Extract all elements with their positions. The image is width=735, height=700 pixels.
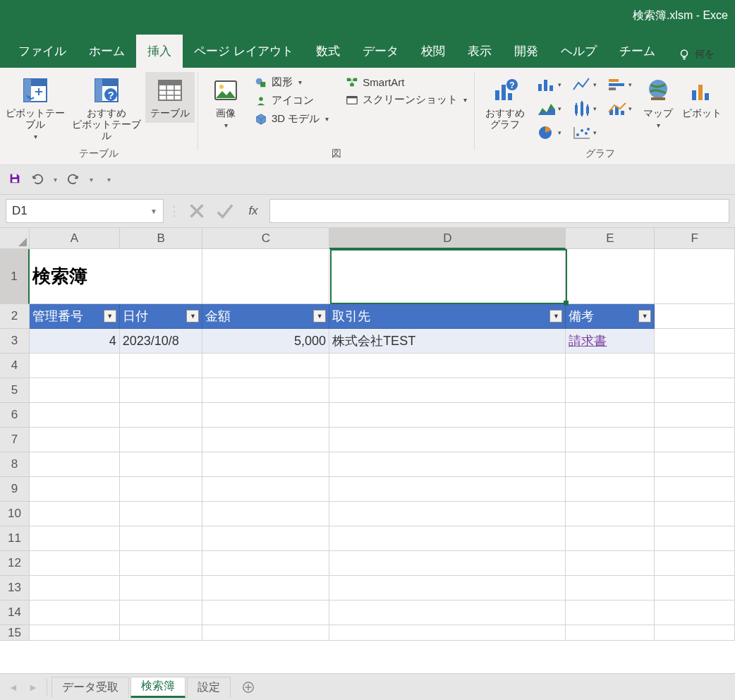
- cell-F12[interactable]: [655, 551, 735, 576]
- pie-chart-button[interactable]: ▾: [533, 121, 565, 144]
- cell-D13[interactable]: [329, 576, 566, 601]
- cell-B6[interactable]: [120, 403, 203, 428]
- cell-A1[interactable]: 検索簿: [30, 249, 120, 304]
- cell-A5[interactable]: [30, 378, 120, 403]
- redo-dropdown[interactable]: ▾: [90, 176, 93, 183]
- table-header-amount[interactable]: 金額▼: [202, 304, 329, 329]
- shapes-button[interactable]: 図形 ▾: [250, 73, 333, 91]
- cancel-formula-button[interactable]: [185, 199, 209, 223]
- cell-E11[interactable]: [566, 526, 655, 551]
- cell-C13[interactable]: [202, 576, 329, 601]
- cell-A13[interactable]: [30, 576, 120, 601]
- cell-D6[interactable]: [329, 403, 566, 428]
- screenshot-button[interactable]: スクリーンショット ▾: [341, 91, 471, 109]
- recommended-pivot-button[interactable]: ? おすすめ ピボットテーブル: [68, 72, 145, 145]
- cell-D12[interactable]: [329, 551, 566, 576]
- cell-partner[interactable]: 株式会社TEST: [329, 329, 566, 354]
- cell-A4[interactable]: [30, 354, 120, 378]
- cell-D4[interactable]: [329, 354, 566, 378]
- name-box[interactable]: D1 ▼: [6, 199, 164, 223]
- tab-formulas[interactable]: 数式: [305, 35, 351, 68]
- tab-pagelayout[interactable]: ページ レイアウト: [183, 35, 305, 68]
- cell-B15[interactable]: [120, 625, 203, 641]
- cell-F6[interactable]: [655, 403, 735, 428]
- cell-E12[interactable]: [566, 551, 655, 576]
- save-button[interactable]: [8, 172, 21, 187]
- cell-A10[interactable]: [30, 502, 120, 526]
- cell-C7[interactable]: [202, 428, 329, 452]
- select-all-corner[interactable]: [0, 228, 30, 249]
- rowhead-9[interactable]: 9: [0, 477, 30, 502]
- cell-B4[interactable]: [120, 354, 203, 378]
- sheet-tab-settings[interactable]: 設定: [187, 677, 231, 698]
- cell-F3[interactable]: [655, 329, 735, 354]
- cell-D5[interactable]: [329, 378, 566, 403]
- 3d-models-button[interactable]: 3D モデル ▾: [250, 110, 333, 128]
- column-chart-button[interactable]: ▾: [533, 73, 565, 96]
- colhead-A[interactable]: A: [30, 228, 120, 249]
- rowhead-11[interactable]: 11: [0, 526, 30, 551]
- pivottable-button[interactable]: ピボットテーブル ▾: [3, 72, 68, 145]
- cell-D8[interactable]: [329, 452, 566, 477]
- icons-button[interactable]: アイコン: [250, 92, 333, 109]
- cell-F10[interactable]: [655, 502, 735, 526]
- sheet-nav-next[interactable]: ►: [24, 678, 42, 696]
- colhead-B[interactable]: B: [120, 228, 203, 249]
- table-header-date[interactable]: 日付▼: [120, 304, 203, 329]
- cell-C6[interactable]: [202, 403, 329, 428]
- colhead-D[interactable]: D: [329, 228, 566, 249]
- cell-F11[interactable]: [655, 526, 735, 551]
- filter-dropdown-icon[interactable]: ▼: [313, 310, 326, 322]
- rowhead-15[interactable]: 15: [0, 625, 30, 641]
- combo-chart-button[interactable]: ▾: [603, 97, 636, 120]
- qat-customize[interactable]: ▾: [107, 176, 111, 183]
- cell-C9[interactable]: [202, 477, 329, 502]
- cell-A12[interactable]: [30, 551, 120, 576]
- filter-dropdown-icon[interactable]: ▼: [104, 310, 116, 322]
- filter-dropdown-icon[interactable]: ▼: [638, 310, 651, 322]
- undo-dropdown[interactable]: ▾: [54, 176, 57, 183]
- table-header-note[interactable]: 備考▼: [566, 304, 655, 329]
- rowhead-14[interactable]: 14: [0, 601, 30, 625]
- cell-C1[interactable]: [202, 249, 329, 304]
- cell-A6[interactable]: [30, 403, 120, 428]
- bar-chart-button[interactable]: ▾: [603, 73, 636, 96]
- cell-E9[interactable]: [566, 477, 655, 502]
- rowhead-5[interactable]: 5: [0, 378, 30, 403]
- table-header-id[interactable]: 管理番号▼: [30, 304, 120, 329]
- tell-me[interactable]: 何を: [672, 41, 720, 68]
- rowhead-13[interactable]: 13: [0, 576, 30, 601]
- formula-input[interactable]: [269, 199, 729, 223]
- cell-F1[interactable]: [655, 249, 735, 304]
- rowhead-6[interactable]: 6: [0, 403, 30, 428]
- cell-E1[interactable]: [566, 249, 655, 304]
- cell-note-link[interactable]: 請求書: [566, 329, 655, 354]
- cell-C5[interactable]: [202, 378, 329, 403]
- area-chart-button[interactable]: ▾: [533, 97, 565, 120]
- rowhead-7[interactable]: 7: [0, 428, 30, 452]
- stock-chart-button[interactable]: ▾: [568, 97, 600, 120]
- cell-E10[interactable]: [566, 502, 655, 526]
- cell-D15[interactable]: [329, 625, 566, 641]
- cell-F5[interactable]: [655, 378, 735, 403]
- cell-D1[interactable]: [329, 249, 566, 304]
- tab-developer[interactable]: 開発: [503, 35, 549, 68]
- colhead-F[interactable]: F: [655, 228, 735, 249]
- tab-insert[interactable]: 挿入: [136, 35, 183, 68]
- cell-D11[interactable]: [329, 526, 566, 551]
- cell-B14[interactable]: [120, 601, 203, 625]
- cell-date[interactable]: 2023/10/8: [120, 329, 203, 354]
- rowhead-4[interactable]: 4: [0, 354, 30, 378]
- cell-C15[interactable]: [202, 625, 329, 641]
- table-header-partner[interactable]: 取引先▼: [329, 304, 566, 329]
- rowhead-12[interactable]: 12: [0, 551, 30, 576]
- tab-view[interactable]: 表示: [456, 35, 503, 68]
- filter-dropdown-icon[interactable]: ▼: [186, 310, 199, 322]
- recommended-charts-button[interactable]: ? おすすめ グラフ: [478, 72, 533, 134]
- tab-file[interactable]: ファイル: [7, 35, 78, 68]
- rowhead-1[interactable]: 1: [0, 249, 30, 304]
- tab-home[interactable]: ホーム: [78, 35, 136, 68]
- rowhead-8[interactable]: 8: [0, 452, 30, 477]
- cell-B5[interactable]: [120, 378, 203, 403]
- cell-A11[interactable]: [30, 526, 120, 551]
